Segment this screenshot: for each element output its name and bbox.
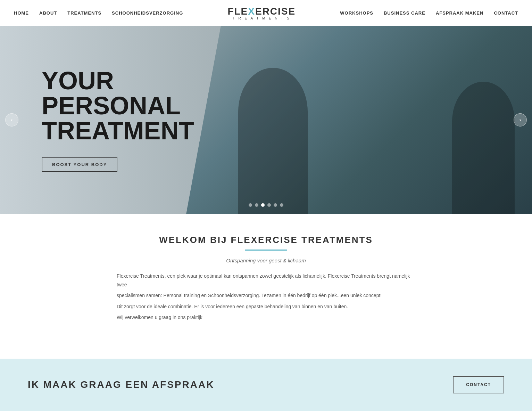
slider-dot-3[interactable] (261, 203, 265, 207)
appointment-title: IK MAAK GRAAG EEN AFSPRAAK (28, 379, 214, 390)
nav-item-schoonheid[interactable]: SCHOONHEIDSVERZORGING (112, 10, 183, 16)
slider-dot-2[interactable] (255, 203, 258, 207)
chevron-right-icon: › (519, 117, 521, 123)
hero-slider: ‹ YOUR PERSONAL TREATMENT BOOST YOUR BOD… (0, 26, 532, 214)
hero-cta-button[interactable]: BOOST YOUR BODY (42, 157, 117, 172)
nav-item-home[interactable]: HOME (14, 10, 29, 16)
logo-ercise: ERCISE (255, 6, 296, 17)
nav-item-treatments[interactable]: TREATMENTS (67, 10, 101, 16)
welcome-body-line2: specialismen samen: Personal training en… (117, 291, 415, 300)
slider-dot-5[interactable] (274, 203, 277, 207)
welcome-content: WELKOM BIJ FLEXERCISE TREATMENTS Ontspan… (110, 214, 422, 345)
logo[interactable]: FLEXERCISE T R E A T M E N T S (227, 6, 296, 20)
logo-text: FLEXERCISE (227, 6, 296, 17)
welcome-title: WELKOM BIJ FLEXERCISE TREATMENTS (117, 235, 415, 245)
welcome-body-line3: Dit zorgt voor de ideale combinatie. Er … (117, 302, 415, 311)
logo-sub: T R E A T M E N T S (233, 16, 291, 20)
slider-dot-1[interactable] (249, 203, 252, 207)
welcome-body-line4: Wij verwelkomen u graag in ons praktijk (117, 313, 415, 322)
slider-prev-arrow[interactable]: ‹ (5, 113, 18, 127)
nav-left-items: HOME ABOUT TREATMENTS SCHOONHEIDSVERZORG… (14, 10, 183, 16)
nav-item-workshops[interactable]: WORKSHOPS (340, 10, 373, 16)
welcome-body: Flexercise Treatments, een plek waar je … (117, 272, 415, 322)
nav-item-afspraak-maken[interactable]: AFSPRAAK MAKEN (436, 10, 484, 16)
hero-image (186, 26, 532, 214)
welcome-divider (245, 250, 287, 251)
logo-x: X (248, 6, 255, 17)
chevron-left-icon: ‹ (11, 117, 13, 123)
welcome-subtitle: Ontspanning voor geest & lichaam (117, 258, 415, 263)
nav-item-about[interactable]: ABOUT (39, 10, 57, 16)
appointment-section: IK MAAK GRAAG EEN AFSPRAAK CONTACT (0, 359, 532, 411)
slider-dot-6[interactable] (280, 203, 283, 207)
welcome-body-line1: Flexercise Treatments, een plek waar je … (117, 272, 415, 289)
appointment-contact-button[interactable]: CONTACT (453, 376, 504, 393)
slider-dots (249, 203, 283, 207)
slider-dot-4[interactable] (267, 203, 271, 207)
logo-flex: FLE (227, 6, 248, 17)
nav-item-business-care[interactable]: BUSINESS CARE (384, 10, 425, 16)
nav-right-items: WORKSHOPS BUSINESS CARE AFSPRAAK MAKEN C… (340, 10, 518, 16)
navigation: HOME ABOUT TREATMENTS SCHOONHEIDSVERZORG… (0, 0, 532, 26)
welcome-section: WELKOM BIJ FLEXERCISE TREATMENTS Ontspan… (0, 214, 532, 345)
nav-item-contact[interactable]: CONTACT (494, 10, 518, 16)
hero-title: YOUR PERSONAL TREATMENT (42, 68, 194, 143)
slider-next-arrow[interactable]: › (514, 113, 527, 127)
hero-content: YOUR PERSONAL TREATMENT BOOST YOUR BODY (42, 68, 194, 172)
